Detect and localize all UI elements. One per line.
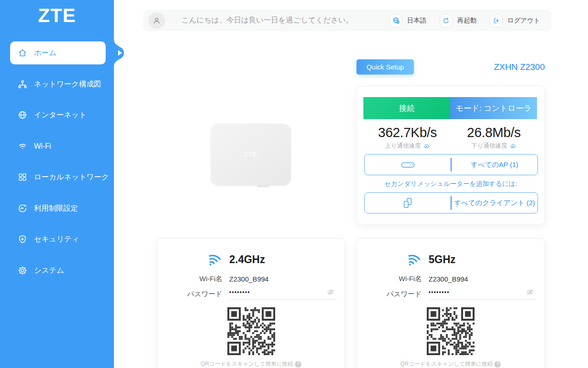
wifi-card-5ghz: 5GHz Wi-Fi名 Z2300_B994 パスワード •••••••• QR… bbox=[356, 238, 545, 368]
all-clients-button[interactable]: すべてのクライアント (2) bbox=[364, 192, 538, 213]
all-ap-label: すべてのAP (1) bbox=[452, 161, 537, 169]
help-icon[interactable]: ? bbox=[494, 361, 501, 368]
connection-status-badge: 接続 bbox=[363, 97, 450, 119]
gear-icon bbox=[17, 265, 28, 276]
sidebar-item-wifi[interactable]: Wi-Fi bbox=[0, 138, 114, 155]
topbar-actions: 日本語 再起動 ログアウト bbox=[389, 14, 551, 28]
shield-icon bbox=[17, 234, 28, 244]
sidebar-item-internet[interactable]: インターネット bbox=[0, 107, 114, 123]
cloud-download-icon bbox=[509, 143, 516, 150]
wifi-band-icon bbox=[357, 252, 422, 267]
speed-summary: 362.7Kb/s 上り通信速度 26.8Mb/s 下り通信速度 bbox=[364, 125, 537, 150]
wifi-name-value: Z2300_B994 bbox=[229, 275, 269, 283]
device-brand-label: ZTE bbox=[244, 151, 257, 158]
sidebar-item-home[interactable]: ホーム bbox=[10, 41, 106, 64]
mode-badge: モード: コントローラ bbox=[450, 97, 537, 119]
wifi-password-label: パスワード bbox=[357, 290, 422, 299]
add-mesh-router-link[interactable]: セカンダリメッシュルーターを追加するには: bbox=[357, 180, 544, 188]
sidebar-item-network-topology[interactable]: ネットワーク構成図 bbox=[0, 76, 114, 92]
sidebar-item-local-network[interactable]: ローカルネットワーク bbox=[0, 169, 114, 185]
wifi-name-value: Z2300_B994 bbox=[429, 275, 468, 283]
password-masked-value: •••••••• bbox=[229, 289, 250, 295]
status-bar: 接続 モード: コントローラ bbox=[363, 97, 537, 119]
sidebar-item-system[interactable]: システム bbox=[0, 262, 114, 279]
restart-label: 再起動 bbox=[457, 17, 476, 25]
upload-speed-label: 上り通信速度 bbox=[385, 142, 421, 150]
wifi-password-label: パスワード bbox=[158, 290, 222, 299]
wifi-band-title: 2.4GHz bbox=[229, 253, 265, 266]
restart-icon bbox=[439, 14, 453, 28]
toggle-password-visibility-icon[interactable] bbox=[327, 288, 335, 296]
globe-icon bbox=[17, 110, 28, 120]
sidebar-item-security[interactable]: セキュリティ bbox=[0, 231, 114, 247]
sidebar-item-label: ネットワーク構成図 bbox=[34, 80, 101, 89]
language-icon bbox=[389, 14, 403, 28]
quick-setup-button[interactable]: Quick Setup bbox=[356, 59, 414, 75]
usage-limit-icon bbox=[17, 203, 28, 213]
qr-caption: QRコードをスキャンして簡単に接続 bbox=[401, 360, 493, 368]
active-tab-arrow bbox=[114, 39, 126, 67]
wifi-password-field: •••••••• bbox=[229, 288, 337, 300]
sidebar-item-label: セキュリティ bbox=[34, 235, 79, 244]
cloud-upload-icon bbox=[423, 143, 430, 150]
sidebar-item-label: ホーム bbox=[34, 48, 57, 58]
all-clients-label: すべてのクライアント (2) bbox=[452, 199, 537, 207]
sidebar-item-label: Wi-Fi bbox=[34, 142, 51, 150]
avatar bbox=[148, 12, 165, 29]
sidebar-item-usage-limit[interactable]: 利用制限設定 bbox=[0, 200, 114, 217]
wifi-band-title: 5GHz bbox=[429, 253, 456, 266]
status-card: 接続 モード: コントローラ 362.7Kb/s 上り通信速度 26.8Mb/s… bbox=[356, 86, 545, 224]
language-label: 日本語 bbox=[407, 17, 426, 25]
sidebar: ZTE ホーム ネットワーク構成図 インターネット Wi bbox=[0, 0, 114, 368]
wifi-band-icon bbox=[158, 252, 222, 267]
home-icon bbox=[17, 48, 28, 58]
logout-button[interactable]: ログアウト bbox=[489, 14, 540, 28]
upload-speed-value: 362.7Kb/s bbox=[364, 125, 451, 140]
wifi-qr-code bbox=[427, 307, 475, 355]
wifi-icon bbox=[17, 141, 28, 151]
wifi-card-2-4ghz: 2.4GHz Wi-Fi名 Z2300_B994 パスワード •••••••• … bbox=[157, 238, 345, 368]
greeting-text: こんにちは、今日は良い一日を過ごしてください。 bbox=[181, 16, 353, 25]
wifi-name-label: Wi-Fi名 bbox=[158, 275, 222, 283]
zte-logo: ZTE bbox=[0, 5, 114, 27]
wifi-password-field: •••••••• bbox=[429, 288, 536, 300]
restart-button[interactable]: 再起動 bbox=[439, 14, 476, 28]
logout-icon bbox=[489, 14, 503, 28]
sidebar-item-label: システム bbox=[34, 266, 64, 276]
help-icon[interactable]: ? bbox=[295, 361, 301, 368]
sidebar-item-label: インターネット bbox=[34, 110, 86, 120]
client-devices-icon bbox=[365, 197, 451, 209]
sidebar-item-label: ローカルネットワーク bbox=[34, 172, 109, 182]
password-masked-value: •••••••• bbox=[429, 289, 450, 295]
toggle-password-visibility-icon[interactable] bbox=[526, 288, 534, 296]
all-ap-button[interactable]: すべてのAP (1) bbox=[364, 154, 538, 175]
download-speed-label: 下り通信速度 bbox=[471, 142, 507, 150]
language-button[interactable]: 日本語 bbox=[389, 14, 426, 28]
logout-label: ログアウト bbox=[507, 17, 540, 25]
download-speed-value: 26.8Mb/s bbox=[451, 125, 537, 140]
network-topology-icon bbox=[17, 79, 28, 89]
wifi-qr-code bbox=[227, 307, 275, 355]
router-icon bbox=[365, 159, 451, 170]
grid-icon bbox=[17, 172, 28, 182]
qr-caption: QRコードをスキャンして簡単に接続 bbox=[201, 360, 293, 368]
router-device-image: ZTE bbox=[211, 124, 291, 185]
topbar: こんにちは、今日は良い一日を過ごしてください。 日本語 再起動 ログアウト bbox=[143, 10, 551, 31]
device-model-label: ZXHN Z2300 bbox=[494, 62, 545, 72]
app-root: ZTE ホーム ネットワーク構成図 インターネット Wi bbox=[0, 0, 588, 368]
wifi-name-label: Wi-Fi名 bbox=[357, 275, 422, 283]
sidebar-item-label: 利用制限設定 bbox=[34, 204, 78, 213]
